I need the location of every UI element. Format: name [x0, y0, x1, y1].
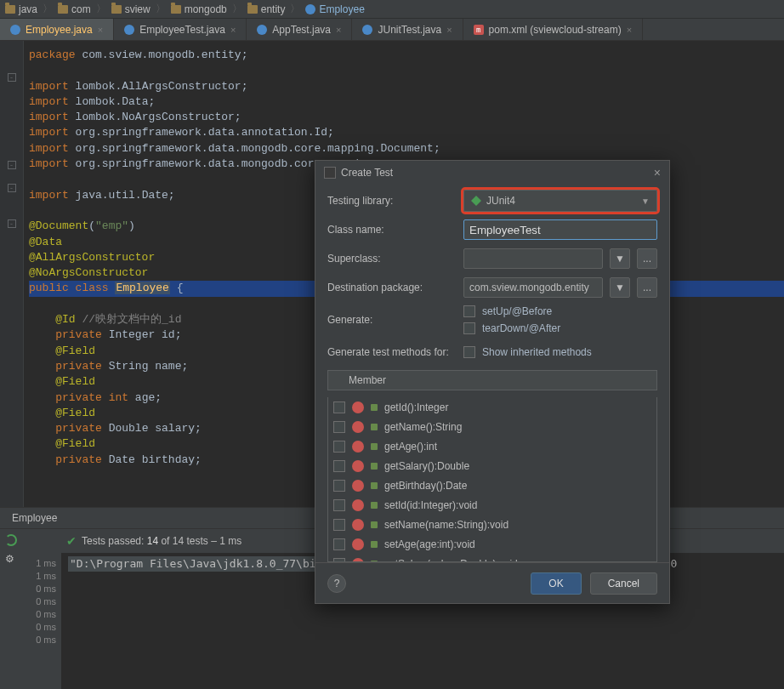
member-row[interactable]: getBirthday():Date — [328, 475, 656, 495]
lock-icon — [371, 502, 378, 509]
show-inherited-checkbox[interactable]: Show inherited methods — [463, 346, 592, 358]
close-icon[interactable]: × — [654, 166, 661, 179]
folder-icon — [247, 5, 258, 14]
superclass-dropdown-button[interactable]: ▼ — [610, 248, 630, 269]
member-row[interactable]: setName(name:String):void — [328, 515, 656, 534]
folder-icon — [171, 5, 181, 14]
dialog-footer: ? OK Cancel — [315, 562, 669, 603]
bc-entity[interactable]: entity — [247, 3, 286, 15]
member-row[interactable]: getSalary():Double — [328, 456, 656, 475]
tab-employee-test[interactable]: EmployeeTest.java× — [114, 19, 247, 40]
fold-icon[interactable]: - — [8, 184, 16, 192]
label-generate: Generate: — [327, 314, 457, 326]
junit-icon — [471, 196, 481, 206]
label-generate-methods: Generate test methods for: — [327, 346, 457, 358]
bc-com[interactable]: com — [58, 3, 91, 15]
member-row[interactable]: setAge(age:int):void — [328, 534, 656, 554]
folder-icon — [111, 5, 122, 14]
close-icon[interactable]: × — [98, 25, 103, 35]
test-time: 1 ms — [22, 571, 56, 581]
fold-icon[interactable]: - — [8, 161, 16, 169]
setup-checkbox[interactable]: setUp/@Before — [463, 305, 657, 317]
lock-icon — [371, 443, 378, 450]
member-row[interactable]: getId():Integer — [328, 397, 656, 417]
bc-mongodb[interactable]: mongodb — [171, 3, 227, 15]
create-test-dialog: Create Test × Testing library: JUnit4 ▼ … — [315, 160, 670, 604]
package-dropdown-button[interactable]: ▼ — [610, 277, 630, 298]
test-time: 0 ms — [22, 622, 56, 632]
bc-sview[interactable]: sview — [111, 3, 151, 15]
close-icon[interactable]: × — [446, 25, 452, 35]
label-destination-package: Destination package: — [327, 282, 457, 293]
tab-junit-test[interactable]: JUnitTest.java× — [352, 19, 463, 40]
lock-icon — [371, 463, 378, 470]
folder-icon — [58, 5, 68, 14]
method-icon — [352, 441, 364, 453]
tab-employee[interactable]: Employee.java× — [0, 19, 114, 40]
superclass-input[interactable] — [463, 248, 603, 269]
run-tool-icons: ⚙ — [0, 529, 22, 689]
label-superclass: Superclass: — [327, 253, 457, 265]
member-header: Member — [327, 370, 657, 390]
structure-hint: Employee — [12, 512, 57, 524]
class-file-icon — [257, 25, 267, 35]
ok-button[interactable]: OK — [531, 572, 581, 595]
intellij-icon — [324, 167, 336, 179]
destination-package-input[interactable]: com.sview.mongodb.entity — [463, 277, 603, 298]
test-time: 0 ms — [22, 635, 56, 645]
help-button[interactable]: ? — [327, 574, 346, 593]
class-file-icon — [10, 25, 20, 35]
class-icon — [305, 4, 315, 14]
cancel-button[interactable]: Cancel — [590, 572, 657, 595]
test-time: 0 ms — [22, 596, 56, 606]
label-testing-library: Testing library: — [327, 195, 457, 207]
class-file-icon — [124, 25, 134, 35]
bc-java[interactable]: java — [5, 3, 37, 15]
lock-icon — [371, 521, 378, 528]
testing-library-dropdown[interactable]: JUnit4 ▼ — [463, 190, 657, 212]
package-browse-button[interactable]: ... — [637, 277, 657, 298]
test-time: 0 ms — [22, 609, 56, 619]
teardown-checkbox[interactable]: tearDown/@After — [463, 322, 657, 334]
settings-icon[interactable]: ⚙ — [5, 553, 17, 565]
member-row[interactable]: setSalary(salary:Double):void — [328, 554, 656, 562]
lock-icon — [371, 424, 378, 430]
method-icon — [352, 401, 364, 413]
editor-gutter: - - - - — [0, 41, 24, 507]
class-name-input[interactable] — [463, 219, 657, 240]
maven-file-icon: m — [474, 25, 484, 35]
chevron-down-icon: ▼ — [641, 196, 650, 206]
close-icon[interactable]: × — [627, 25, 632, 35]
lock-icon — [371, 404, 378, 411]
label-class-name: Class name: — [327, 224, 457, 236]
method-icon — [352, 519, 364, 531]
lock-icon — [371, 541, 378, 548]
test-time: 0 ms — [22, 584, 56, 594]
method-icon — [352, 538, 364, 550]
superclass-browse-button[interactable]: ... — [637, 248, 657, 269]
run-time-column: 1 ms 1 ms 0 ms 0 ms 0 ms 0 ms 0 ms — [22, 529, 61, 689]
member-row[interactable]: setId(id:Integer):void — [328, 495, 656, 515]
method-icon — [352, 480, 364, 492]
method-icon — [352, 499, 364, 511]
member-row[interactable]: getAge():int — [328, 436, 656, 456]
close-icon[interactable]: × — [230, 25, 236, 35]
lock-icon — [371, 482, 378, 489]
tab-pom[interactable]: mpom.xml (sviewcloud-stream)× — [463, 19, 643, 40]
rerun-icon[interactable] — [5, 534, 17, 546]
tab-app-test[interactable]: AppTest.java× — [247, 19, 352, 40]
fold-icon[interactable]: - — [8, 73, 16, 82]
check-icon: ✔ — [66, 534, 77, 548]
method-icon — [352, 460, 364, 472]
dialog-title: Create Test — [341, 167, 393, 179]
close-icon[interactable]: × — [336, 25, 341, 35]
dialog-title-bar[interactable]: Create Test × — [315, 161, 669, 185]
folder-icon — [5, 5, 15, 14]
class-file-icon — [362, 25, 372, 35]
member-row[interactable]: getName():String — [328, 417, 656, 436]
fold-icon[interactable]: - — [8, 219, 16, 228]
editor-tab-bar: Employee.java× EmployeeTest.java× AppTes… — [0, 19, 784, 41]
bc-employee[interactable]: Employee — [305, 3, 364, 15]
method-icon — [352, 421, 364, 433]
member-list[interactable]: getId():Integer getName():String getAge(… — [327, 397, 657, 562]
